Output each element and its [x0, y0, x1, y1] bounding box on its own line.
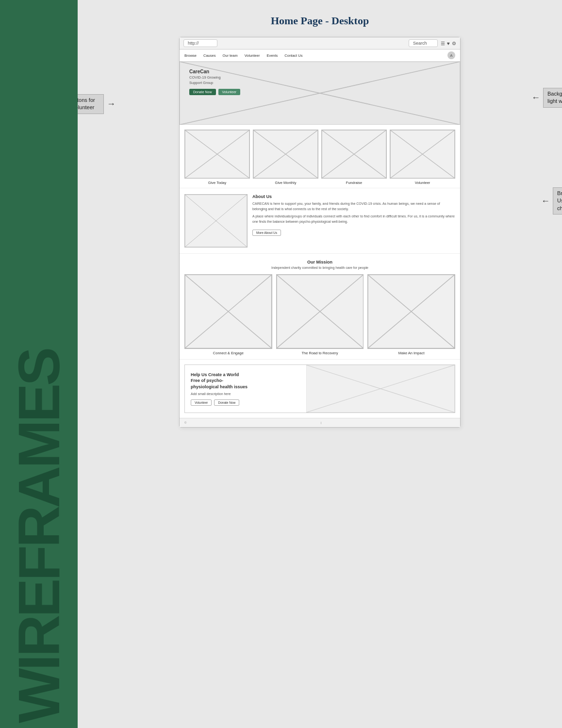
site-nav: Browse Causes Our team Volunteer Events …: [180, 50, 460, 62]
cta-buttons: Volunteer Donate Now: [191, 399, 307, 406]
nav-item-our-team[interactable]: Our team: [222, 53, 237, 58]
road-recovery-image: [276, 274, 364, 349]
about-section: About Us CARECAN is here to support you,…: [180, 188, 460, 254]
about-body: CARECAN is here to support you, your fam…: [252, 201, 455, 224]
arrow-icon-right-1: ←: [531, 93, 540, 103]
col-connect-engage: Connect & Engage: [184, 274, 272, 355]
nav-item-browse[interactable]: Browse: [184, 53, 197, 58]
connect-engage-label: Connect & Engage: [213, 351, 244, 355]
mission-section: Our Mission Independent charity committe…: [180, 254, 460, 360]
fundraise-label: Fundraise: [346, 181, 362, 185]
cta-content: Help Us Create a World Free of psycho- p…: [191, 372, 307, 406]
nav-item-contact[interactable]: Contact Us: [284, 53, 302, 58]
volunteer-image: [390, 130, 455, 179]
give-today-label: Give Today: [208, 181, 226, 185]
fundraise-image: [321, 130, 387, 179]
give-today-image: [184, 130, 250, 179]
nav-item-causes[interactable]: Causes: [203, 53, 215, 58]
give-monthly-label: Give Monthly: [275, 181, 297, 185]
make-impact-label: Make An Impact: [398, 351, 425, 355]
col-road-to-recovery: The Road to Recovery: [276, 274, 364, 355]
about-image-placeholder: [184, 194, 248, 248]
col-give-today: Give Today: [184, 130, 250, 185]
profile-avatar: A: [447, 51, 455, 59]
url-bar[interactable]: http://: [183, 39, 217, 47]
cta-volunteer-button[interactable]: Volunteer: [191, 399, 212, 406]
cta-heading-line3: physiological health issues: [191, 384, 248, 389]
footer-copyright: ©: [184, 421, 186, 424]
col-fundraise: Fundraise: [321, 130, 387, 185]
browser-icon-3: ⚙: [452, 41, 456, 46]
about-heading: About Us: [252, 194, 455, 199]
road-recovery-label: The Road to Recovery: [301, 351, 338, 355]
col-give-monthly: Give Monthly: [253, 130, 318, 185]
nav-item-events[interactable]: Events: [266, 53, 278, 58]
volunteer-placeholder-svg: [390, 130, 455, 178]
browser-window: http:// Search ☰ ♥ ⚙ Browse Causes Our t…: [179, 37, 461, 428]
cta-heading: Help Us Create a World Free of psycho- p…: [191, 372, 307, 390]
sidebar: WIREFRAMES: [0, 0, 78, 728]
mission-subtext: Independent charity committed to bringin…: [184, 266, 455, 269]
mission-heading: Our Mission: [184, 260, 455, 265]
col-volunteer: Volunteer: [390, 130, 455, 185]
give-today-placeholder-svg: [185, 130, 249, 178]
about-placeholder-svg: [185, 195, 247, 247]
four-col-section: Give Today Give Monthly: [180, 125, 460, 188]
org-name: CareCan: [189, 69, 240, 74]
about-para-1: CARECAN is here to support you, your fam…: [252, 201, 455, 212]
donate-now-button[interactable]: Donate Now: [189, 89, 216, 95]
cta-donate-button[interactable]: Donate Now: [214, 399, 239, 406]
main-content: Home Page - Desktop Bold & coloured butt…: [78, 0, 562, 728]
cta-section: Help Us Create a World Free of psycho- p…: [184, 364, 455, 413]
site-footer: © |: [180, 418, 460, 427]
arrow-icon-right-2: ←: [541, 196, 550, 206]
connect-engage-svg: [185, 275, 272, 348]
more-about-us-button[interactable]: More About Us: [252, 230, 281, 236]
browser-icon-2: ♥: [447, 41, 450, 46]
annotation-right-bg: ← Background Image : Ray of light with a…: [531, 88, 562, 108]
browser-chrome: http:// Search ☰ ♥ ⚙: [180, 37, 460, 50]
search-bar[interactable]: Search: [409, 39, 438, 47]
browser-icons: ☰ ♥ ⚙: [441, 41, 456, 46]
page-title: Home Page - Desktop: [87, 15, 552, 27]
connect-engage-image: [184, 274, 272, 349]
volunteer-label: Volunteer: [415, 181, 430, 185]
footer-center-link: |: [320, 421, 321, 424]
fundraise-placeholder-svg: [322, 130, 386, 178]
cta-heading-line1: Help Us Create a World: [191, 372, 239, 377]
annotation-box-bg: Background Image : Ray of light with a f…: [543, 88, 562, 108]
cta-heading-line2: Free of psycho-: [191, 378, 223, 383]
sidebar-label: WIREFRAMES: [10, 349, 68, 723]
three-col-section: Connect & Engage The Road to Recovery: [184, 274, 455, 355]
give-monthly-image: [253, 130, 318, 179]
annotation-right-about: ← Brief descriptions on About Us and in …: [541, 187, 562, 215]
nav-item-volunteer[interactable]: Volunteer: [245, 53, 260, 58]
browser-icon-1: ☰: [441, 41, 445, 46]
profile-icon: A: [450, 53, 452, 58]
hero-section: CareCan COVID-19 Growing Support Group D…: [180, 62, 460, 125]
make-impact-svg: [368, 275, 455, 348]
cta-bg-placeholder: [306, 365, 455, 413]
give-monthly-placeholder-svg: [253, 130, 318, 178]
cta-bg-svg: [306, 365, 455, 413]
cta-description: Add small description here: [191, 392, 307, 396]
hero-subtitle-1: COVID-19 Growing: [189, 75, 240, 80]
make-impact-image: [367, 274, 455, 349]
road-recovery-svg: [277, 275, 364, 348]
about-text-block: About Us CARECAN is here to support you,…: [252, 194, 455, 248]
col-make-impact: Make An Impact: [367, 274, 455, 355]
about-para-2: A place where individuals/groups of indi…: [252, 214, 455, 224]
arrow-icon-left: →: [107, 99, 116, 109]
hero-buttons: Donate Now Volunteer: [189, 89, 240, 95]
annotation-box-about: Brief descriptions on About Us and in re…: [553, 187, 562, 215]
volunteer-button[interactable]: Volunteer: [218, 89, 241, 95]
hero-content: CareCan COVID-19 Growing Support Group D…: [189, 69, 240, 95]
hero-subtitle-2: Support Group: [189, 81, 240, 85]
